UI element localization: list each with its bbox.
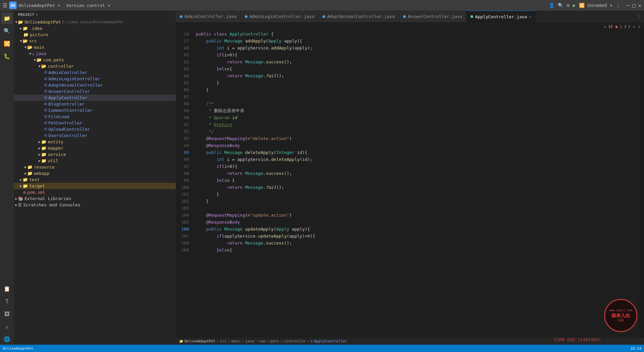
code-line-103: [196, 205, 639, 212]
settings-icon[interactable]: ⚙: [567, 3, 569, 8]
code-line-83: }else{: [196, 65, 639, 72]
minimize-button[interactable]: ─: [626, 2, 630, 9]
tree-label-test: test: [29, 177, 39, 182]
code-line-109: }else{: [196, 246, 639, 253]
watermark: www.uujrc.com 猿来入此 出品: [604, 299, 637, 332]
sidebar-icon-problems[interactable]: ⚠: [1, 321, 13, 332]
app-logo: DA: [9, 2, 17, 9]
tree-item-admincontroller[interactable]: © AdminController: [14, 69, 176, 76]
tree-item-adoptanimalcontroller[interactable]: © AdoptAnimalController: [14, 82, 176, 88]
tree-item-externallibs[interactable]: ▶ 📚 External Libraries: [14, 195, 176, 202]
tree-item-picture[interactable]: 📁 picture: [14, 32, 176, 38]
tree-label-service: service: [48, 152, 66, 157]
sidebar-icon-search[interactable]: 🔍: [1, 25, 13, 36]
error-badge: ● 1: [615, 25, 622, 29]
top-bar-right: 👤 🔍 ⚙ ▶ 🔀 Unnamed ▾ ⋮ ─ □ ✕: [549, 2, 641, 9]
tree-item-controller[interactable]: ▼ 📂 controller: [14, 63, 176, 69]
sidebar-icon-todo[interactable]: 📋: [1, 283, 13, 294]
tree-item-uploadcontroller[interactable]: © UploadController: [14, 126, 176, 132]
minimap: [639, 31, 644, 337]
tree-label-commentcontroller: CommentController: [48, 108, 93, 113]
caret-down-icon[interactable]: ∨: [638, 25, 640, 29]
code-line-95: ● public Message deleteApply(Integer id)…: [196, 149, 639, 156]
breadcrumb-pets: pets: [270, 339, 279, 343]
tree-item-userscontroller[interactable]: © UsersController: [14, 132, 176, 139]
watermark-text-2: 猿来入此: [611, 313, 630, 318]
more-icon[interactable]: ⋮: [616, 3, 620, 8]
watermark-text-3: 出品: [618, 318, 624, 322]
tree-item-webapp[interactable]: ▶ 📁 webapp: [14, 170, 176, 176]
tree-item-entity[interactable]: ▶ 📁 entity: [14, 139, 176, 145]
code-line-108: return Message.success();: [196, 240, 639, 246]
tree-item-petcontroller[interactable]: © PetController: [14, 120, 176, 126]
tab-bar: AdminController.java AdminLoginControlle…: [176, 11, 644, 23]
tab-admincontroller[interactable]: AdminController.java: [176, 11, 241, 22]
tree-item-resource[interactable]: ▶ 📁 resource: [14, 164, 176, 170]
sidebar-icon-git[interactable]: 🔀: [1, 38, 13, 49]
tree-item-main[interactable]: ▼ 📂 main: [14, 44, 176, 50]
breadcrumb-com: com: [259, 339, 265, 343]
tree-label-entity: entity: [48, 139, 63, 144]
branch-label[interactable]: 🔀 Unnamed ▾: [579, 3, 612, 8]
sidebar-icon-network[interactable]: 🌐: [1, 333, 13, 345]
tab-adoptanimalcontroller[interactable]: AdoptAnimalController.java: [319, 11, 399, 22]
tree-item-blogcontroller[interactable]: © BlogController: [14, 101, 176, 107]
tab-adminlogincontroller[interactable]: AdminLoginController.java: [241, 11, 319, 22]
run-icon[interactable]: ▶: [573, 3, 575, 8]
editor-area: AdminController.java AdminLoginControlle…: [176, 11, 644, 345]
tree-item-service[interactable]: ▶ 📁 service: [14, 151, 176, 158]
tree-item-src[interactable]: ▼ 📂 src: [14, 38, 176, 44]
code-line-97: if(i>0){: [196, 163, 639, 170]
sidebar-icon-files[interactable]: 📁: [1, 13, 13, 24]
tree-item-commentcontroller[interactable]: © CommentController: [14, 107, 176, 113]
tree-item-answercontroller[interactable]: © AnswerController: [14, 88, 176, 95]
code-line-102: }: [196, 198, 639, 205]
tree-label-target: target: [29, 183, 45, 188]
code-line-106: ● public Message updateApply(Apply apply…: [196, 226, 639, 233]
maximize-button[interactable]: □: [632, 2, 636, 9]
tree-label-root: OnlineAdoptPet: [25, 20, 61, 25]
project-name[interactable]: OnlineAdoptPet ▾: [19, 3, 60, 8]
tree-item-util[interactable]: ▶ 📁 util: [14, 158, 176, 164]
code-line-87: [196, 93, 639, 100]
sidebar-icon-debug[interactable]: 🐛: [1, 50, 13, 62]
status-time: 18:14: [630, 346, 641, 351]
sidebar-icon-text[interactable]: T: [1, 296, 13, 307]
tree-item-adminlogincontroller[interactable]: © AdminLoginController: [14, 76, 176, 82]
info-badge: ℹ 2: [625, 25, 630, 29]
version-control[interactable]: Version control ▾: [66, 3, 110, 8]
code-content[interactable]: public class ApplyController { public Me…: [192, 31, 639, 337]
tree-label-webapp: webapp: [34, 171, 49, 176]
close-button[interactable]: ✕: [638, 2, 641, 9]
tab-more-button[interactable]: ⋮: [633, 11, 644, 22]
tree-item-mapper[interactable]: ▶ 📁 mapper: [14, 145, 176, 151]
code-line-93: @RequestMapping(⊕"delete.action"): [196, 135, 639, 142]
tab-applycontroller[interactable]: ApplyController.java ✕: [466, 11, 536, 22]
tree-label-compets: com.pets: [43, 57, 64, 62]
file-tree: Project ▾ ▼ 📂 OnlineAdoptPet E:/idea_spa…: [14, 11, 176, 345]
search-icon[interactable]: 🔍: [558, 3, 563, 8]
tab-answercontroller[interactable]: AnswerController.java: [399, 11, 466, 22]
tree-item-idea[interactable]: ▶ 📁 .idea: [14, 25, 176, 32]
tree-item-test[interactable]: ▶ 📁 test: [14, 176, 176, 183]
tree-item-scratches[interactable]: ▶ ☰ Scratches and Consoles: [14, 202, 176, 208]
tree-item-root[interactable]: ▼ 📂 OnlineAdoptPet E:/idea_space/OnlineA…: [14, 19, 176, 25]
tree-item-pomxml[interactable]: m pom.xml: [14, 189, 176, 195]
tree-label-answercontroller: AnswerController: [48, 89, 90, 94]
breadcrumb-java: java: [245, 339, 254, 343]
sidebar-icon-ui[interactable]: 🖼: [1, 308, 13, 319]
menu-icon[interactable]: ☰: [3, 2, 7, 9]
tree-item-java[interactable]: ▼ ☕ java: [14, 50, 176, 57]
tree-item-applycontroller[interactable]: © ApplyController: [14, 95, 176, 101]
main-layout: 📁 🔍 🔀 🐛 📋 T 🖼 ⚠ 🌐 Project ▾ ▼ 📂 OnlineAd…: [0, 11, 644, 345]
code-line-84: return Message.fail();: [196, 72, 639, 79]
tree-label-petcontroller: PetController: [48, 120, 82, 125]
person-icon[interactable]: 👤: [549, 3, 554, 8]
tree-label-pomxml: pom.xml: [27, 190, 45, 195]
caret-up-icon[interactable]: ∧: [633, 25, 635, 29]
tree-item-fileload[interactable]: © FileLoad: [14, 113, 176, 120]
window-controls: ─ □ ✕: [626, 2, 641, 9]
tree-item-compets[interactable]: ▼ 📂 com.pets: [14, 57, 176, 63]
tab-close-icon[interactable]: ✕: [529, 14, 532, 19]
tree-item-target[interactable]: ▶ 📁 target: [14, 183, 176, 189]
